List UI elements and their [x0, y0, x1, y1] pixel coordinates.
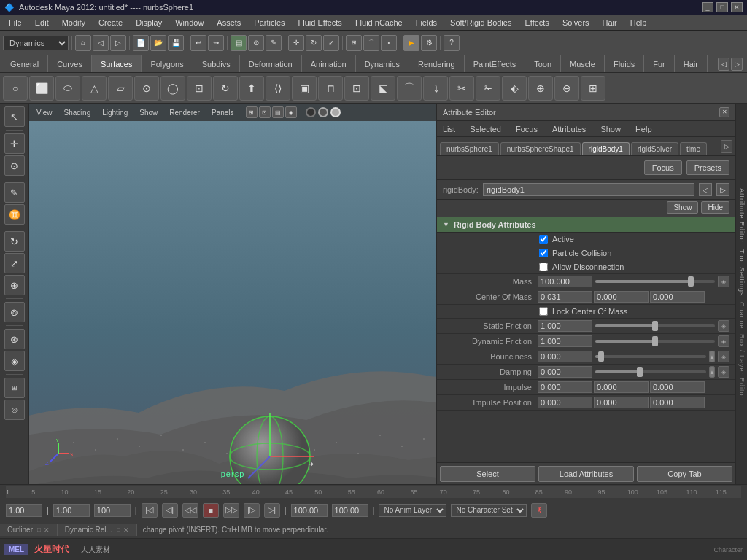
- attr-menu-show[interactable]: Show: [597, 123, 624, 135]
- focus-button[interactable]: Focus: [644, 160, 682, 175]
- shelf-icon-attach[interactable]: ⊕: [528, 76, 553, 101]
- shelf-icon-nurbs-torus[interactable]: ⊙: [134, 76, 159, 101]
- damping-end-icon[interactable]: ◈: [718, 366, 729, 378]
- anim-layer-dropdown[interactable]: No Anim Layer: [379, 504, 446, 517]
- impulse-x[interactable]: [538, 381, 592, 393]
- menu-edit[interactable]: Edit: [29, 17, 55, 28]
- shelf-icon-fillet[interactable]: ⌒: [397, 76, 422, 101]
- tb-open[interactable]: 📂: [150, 35, 166, 51]
- tb-select[interactable]: ▤: [231, 35, 247, 51]
- start-frame-field[interactable]: [53, 504, 90, 517]
- bounce-end-icon[interactable]: ◈: [718, 351, 729, 362]
- static-friction-field[interactable]: [538, 320, 592, 332]
- tb-snap-curve[interactable]: ⌒: [363, 35, 379, 51]
- tb-render-all[interactable]: ⚙: [421, 35, 437, 51]
- shelf-tab-fluids[interactable]: Fluids: [605, 55, 644, 72]
- lt-snap-pt[interactable]: ◎: [4, 400, 25, 420]
- damping-field[interactable]: [538, 366, 592, 378]
- shelf-icon-nurbs-square[interactable]: ⊡: [187, 76, 212, 101]
- static-friction-slider[interactable]: [595, 324, 715, 327]
- shelf-tab-subdivs[interactable]: Subdivs: [193, 55, 240, 72]
- vp-menu-show[interactable]: Show: [136, 109, 160, 117]
- step-fwd-btn[interactable]: |▷: [244, 503, 260, 518]
- allow-disconnection-checkbox[interactable]: [539, 262, 548, 271]
- impulse-y[interactable]: [594, 381, 649, 393]
- lt-select-tool[interactable]: ↖: [4, 106, 25, 127]
- menu-fluid-ncache[interactable]: Fluid nCache: [349, 17, 409, 28]
- tb-snap-point[interactable]: •: [381, 35, 397, 51]
- lt-cluster[interactable]: ◈: [4, 351, 25, 371]
- render-quality-low[interactable]: [306, 107, 316, 117]
- timeline-ruler[interactable]: 1 5 10 15 20 25 30 35 40 45 50 55 60 65 …: [6, 486, 741, 498]
- lt-universal-tool[interactable]: ⊕: [4, 275, 25, 295]
- render-quality-mid[interactable]: [318, 107, 328, 117]
- shelf-tab-general[interactable]: General: [1, 55, 48, 72]
- attr-menu-list[interactable]: List: [440, 123, 458, 135]
- shelf-icon-revolve[interactable]: ↻: [213, 76, 238, 101]
- restore-btn[interactable]: □: [716, 2, 728, 12]
- shelf-tab-toon[interactable]: Toon: [525, 55, 561, 72]
- shelf-tab-deformation[interactable]: Deformation: [240, 55, 302, 72]
- shelf-tab-animation[interactable]: Animation: [302, 55, 356, 72]
- lt-move-tool[interactable]: ✛: [4, 133, 25, 154]
- mel-indicator[interactable]: MEL: [4, 544, 28, 555]
- bounciness-slider[interactable]: [595, 355, 706, 358]
- go-start-btn[interactable]: |◁: [142, 503, 158, 518]
- mass-field[interactable]: [538, 276, 592, 287]
- shelf-tab-dynamics[interactable]: Dynamics: [356, 55, 409, 72]
- tb-rotate[interactable]: ↻: [306, 35, 322, 51]
- vp-tb-4[interactable]: ◈: [285, 106, 297, 118]
- presets-button[interactable]: Presets: [686, 160, 729, 175]
- lt-show-manip[interactable]: ⊚: [4, 302, 25, 322]
- shelf-icon-square-surf[interactable]: ⬕: [371, 76, 395, 101]
- shelf-tab-muscle[interactable]: Muscle: [561, 55, 605, 72]
- current-frame-field[interactable]: [6, 504, 42, 517]
- menu-file[interactable]: File: [3, 17, 28, 28]
- shelf-prev[interactable]: ◁: [718, 58, 729, 71]
- copy-tab-button[interactable]: Copy Tab: [637, 466, 732, 482]
- shelf-icon-nurbs-cone[interactable]: △: [82, 76, 107, 101]
- tb-redo[interactable]: ↪: [208, 35, 224, 51]
- sf-end-icon[interactable]: ◈: [718, 320, 729, 332]
- shelf-icon-boundary[interactable]: ⊡: [344, 76, 369, 101]
- menu-help[interactable]: Help: [624, 17, 653, 28]
- attr-menu-help[interactable]: Help: [632, 123, 655, 135]
- impulse-z[interactable]: [650, 381, 705, 393]
- tb-home[interactable]: ⌂: [75, 35, 91, 51]
- lt-lasso-tool[interactable]: ⊙: [4, 155, 25, 176]
- attr-close-btn[interactable]: ✕: [719, 107, 729, 117]
- node-tab-nurbs-sphere-shape1[interactable]: nurbsSphereShape1: [500, 142, 581, 155]
- rs-attr-editor-label[interactable]: Attribute Editor: [737, 186, 747, 246]
- rigid-body-section-header[interactable]: ▼ Rigid Body Attributes: [437, 217, 735, 233]
- stop-btn[interactable]: ■: [203, 503, 219, 518]
- impulse-pos-x[interactable]: [538, 397, 592, 408]
- shelf-icon-nurbs-cube[interactable]: ⬜: [29, 76, 54, 101]
- shelf-icon-nurbs-sphere[interactable]: ○: [3, 76, 28, 101]
- impulse-pos-y[interactable]: [594, 397, 649, 408]
- tb-lasso[interactable]: ⊙: [248, 35, 264, 51]
- shelf-icon-nurbs-plane[interactable]: ▱: [108, 76, 133, 101]
- attr-menu-focus[interactable]: Focus: [513, 123, 541, 135]
- lt-paint-tool[interactable]: ✎: [4, 182, 25, 203]
- tb-move[interactable]: ✛: [288, 35, 304, 51]
- dynamic-rel-tab[interactable]: Dynamic Rel... □ ✕: [58, 524, 137, 536]
- shelf-icon-align[interactable]: ⊞: [581, 76, 605, 101]
- bounciness-field[interactable]: [538, 351, 592, 362]
- shelf-tab-curves[interactable]: Curves: [48, 55, 92, 72]
- shelf-icon-loft[interactable]: ⟨⟩: [266, 76, 290, 101]
- menu-modify[interactable]: Modify: [56, 17, 91, 28]
- com-z-field[interactable]: [650, 291, 705, 303]
- bounce-marker[interactable]: ▲: [709, 351, 715, 362]
- shelf-next[interactable]: ▷: [731, 58, 743, 71]
- shelf-icon-planar[interactable]: ▣: [292, 76, 317, 101]
- damping-marker[interactable]: ▲: [709, 366, 715, 378]
- mass-end-icon[interactable]: ◈: [718, 276, 729, 287]
- tb-scale[interactable]: ⤢: [323, 35, 339, 51]
- tb-question[interactable]: ?: [444, 35, 460, 51]
- menu-create[interactable]: Create: [93, 17, 128, 28]
- menu-fluid-effects[interactable]: Fluid Effects: [293, 17, 348, 28]
- menu-hair[interactable]: Hair: [597, 17, 623, 28]
- vp-menu-view[interactable]: View: [34, 109, 55, 117]
- shelf-icon-untrim[interactable]: ✁: [476, 76, 500, 101]
- shelf-tab-hair[interactable]: Hair: [675, 55, 708, 72]
